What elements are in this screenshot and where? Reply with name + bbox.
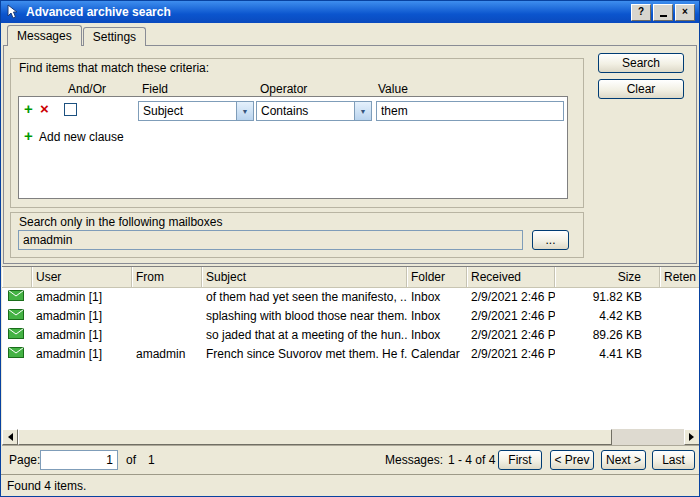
mailboxes-input[interactable]	[18, 230, 523, 250]
cell-subject: so jaded that at a meeting of the hun...	[202, 328, 407, 342]
table-row[interactable]: amadmin [1] so jaded that at a meeting o…	[2, 325, 700, 344]
column-label-operator: Operator	[260, 82, 307, 96]
mailboxes-group-label: Search only in the following mailboxes	[19, 215, 222, 229]
triangle-left-icon	[4, 433, 13, 441]
app-icon	[5, 4, 21, 20]
results-rows: amadmin [1] of them had yet seen the man…	[2, 287, 700, 363]
title-bar[interactable]: Advanced archive search ? ×	[1, 1, 699, 23]
status-text: Found 4 items.	[7, 479, 86, 493]
cell-subject: French since Suvorov met them. He f...	[202, 347, 407, 361]
tab-strip: Messages Settings	[7, 25, 147, 46]
message-icon	[2, 309, 32, 323]
table-row[interactable]: amadmin [1] splashing with blood those n…	[2, 306, 700, 325]
triangle-right-icon	[689, 433, 698, 441]
total-pages: 1	[148, 453, 155, 467]
message-icon	[2, 290, 32, 304]
column-label-value: Value	[378, 82, 408, 96]
minimize-icon	[660, 15, 667, 17]
scrollbar-thumb[interactable]	[18, 429, 612, 445]
cell-size: 89.26 KB	[555, 328, 660, 342]
mailboxes-group: Search only in the following mailboxes .…	[10, 212, 584, 258]
prev-page-button[interactable]: < Prev	[550, 450, 594, 470]
messages-range: 1 - 4 of 4	[448, 453, 495, 467]
field-select[interactable]: Subject ▼	[138, 101, 254, 121]
results-header-row: User From Subject Folder Received Size R…	[2, 267, 700, 288]
results-list: User From Subject Folder Received Size R…	[2, 266, 700, 446]
pagination-bar: Page: of 1 Messages: 1 - 4 of 4 First < …	[2, 447, 700, 474]
cell-from: amadmin	[132, 347, 202, 361]
next-page-button[interactable]: Next >	[601, 450, 646, 470]
message-icon	[2, 328, 32, 342]
advanced-archive-search-window: Advanced archive search ? × Messages Set…	[0, 0, 700, 497]
cell-size: 4.41 KB	[555, 347, 660, 361]
cell-user: amadmin [1]	[32, 347, 132, 361]
scroll-right-button[interactable]	[684, 429, 700, 445]
criteria-group-label: Find items that match these criteria:	[19, 61, 209, 75]
cell-folder: Calendar	[407, 347, 467, 361]
search-button[interactable]: Search	[598, 53, 684, 73]
chevron-down-icon[interactable]: ▼	[236, 102, 253, 120]
cell-received: 2/9/2021 2:46 PM	[467, 328, 555, 342]
of-label: of	[126, 453, 136, 467]
field-select-value: Subject	[139, 104, 236, 118]
message-icon	[2, 347, 32, 361]
window-title: Advanced archive search	[26, 5, 631, 19]
operator-select-value: Contains	[257, 104, 354, 118]
column-header-retention[interactable]: Reten	[660, 267, 700, 287]
chevron-down-icon[interactable]: ▼	[354, 102, 371, 120]
close-button[interactable]: ×	[675, 4, 695, 21]
scroll-left-button[interactable]	[2, 429, 18, 445]
cell-folder: Inbox	[407, 290, 467, 304]
table-row[interactable]: amadmin [1] amadmin French since Suvorov…	[2, 344, 700, 363]
cell-received: 2/9/2021 2:46 PM	[467, 309, 555, 323]
add-new-clause-icon[interactable]: +	[24, 129, 33, 143]
cell-size: 4.42 KB	[555, 309, 660, 323]
page-input[interactable]	[40, 450, 118, 470]
messages-tab-page: Find items that match these criteria: An…	[3, 45, 697, 264]
and-or-checkbox[interactable]	[64, 103, 77, 116]
column-header-icon[interactable]	[2, 267, 32, 287]
clear-button[interactable]: Clear	[598, 79, 684, 99]
cell-user: amadmin [1]	[32, 290, 132, 304]
table-row[interactable]: amadmin [1] of them had yet seen the man…	[2, 287, 700, 306]
operator-select[interactable]: Contains ▼	[256, 101, 372, 121]
horizontal-scrollbar	[2, 429, 700, 445]
column-header-from[interactable]: From	[132, 267, 202, 287]
remove-clause-icon[interactable]: ×	[40, 102, 49, 116]
column-header-folder[interactable]: Folder	[407, 267, 467, 287]
cell-received: 2/9/2021 2:46 PM	[467, 347, 555, 361]
cell-folder: Inbox	[407, 328, 467, 342]
cell-user: amadmin [1]	[32, 309, 132, 323]
status-bar: Found 4 items.	[1, 474, 699, 496]
page-label: Page:	[9, 453, 40, 467]
column-header-size[interactable]: Size	[555, 267, 660, 287]
criteria-panel: + × Subject ▼ Contains ▼ + Add new claus…	[18, 96, 568, 199]
column-header-subject[interactable]: Subject	[202, 267, 407, 287]
add-new-clause-link[interactable]: Add new clause	[39, 130, 124, 144]
tab-settings[interactable]: Settings	[83, 27, 146, 46]
minimize-button[interactable]	[653, 4, 673, 21]
add-clause-icon[interactable]: +	[24, 102, 33, 116]
scrollbar-track[interactable]	[612, 429, 684, 445]
last-page-button[interactable]: Last	[652, 450, 695, 470]
column-header-received[interactable]: Received	[467, 267, 555, 287]
messages-label: Messages:	[385, 453, 443, 467]
column-label-field: Field	[142, 82, 168, 96]
column-label-andor: And/Or	[68, 82, 106, 96]
first-page-button[interactable]: First	[498, 450, 542, 470]
tab-messages[interactable]: Messages	[7, 25, 82, 46]
help-button[interactable]: ?	[631, 4, 651, 21]
column-header-user[interactable]: User	[32, 267, 132, 287]
browse-mailboxes-button[interactable]: ...	[532, 230, 569, 250]
cell-folder: Inbox	[407, 309, 467, 323]
criteria-group: Find items that match these criteria: An…	[10, 58, 584, 208]
value-input[interactable]	[376, 101, 564, 121]
cell-received: 2/9/2021 2:46 PM	[467, 290, 555, 304]
cell-size: 91.82 KB	[555, 290, 660, 304]
cell-subject: of them had yet seen the manifesto, ...	[202, 290, 407, 304]
cell-subject: splashing with blood those near them.	[202, 309, 407, 323]
cell-user: amadmin [1]	[32, 328, 132, 342]
